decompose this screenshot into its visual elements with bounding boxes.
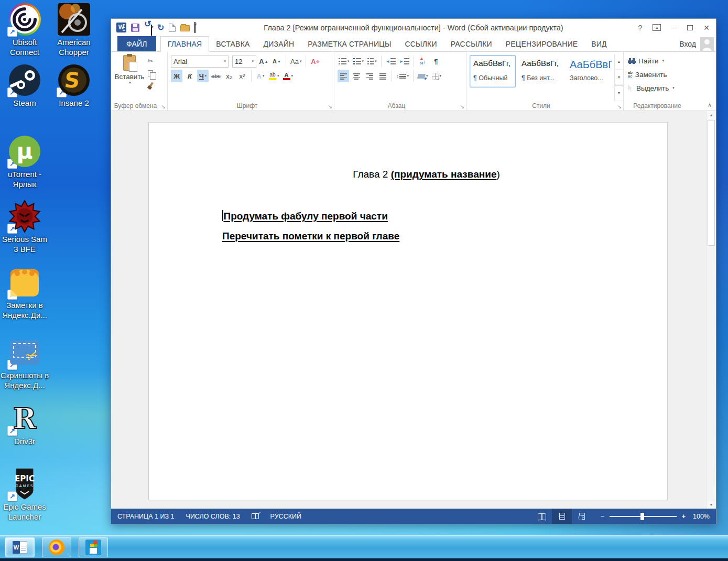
- show-paragraph-marks-button[interactable]: ¶: [430, 55, 442, 68]
- line-spacing-button[interactable]: ↕▾: [395, 70, 410, 82]
- language-indicator[interactable]: РУССКИЙ: [270, 513, 301, 520]
- change-case-button[interactable]: Aa▾: [289, 55, 302, 68]
- taskbar-word-button[interactable]: W: [5, 537, 35, 557]
- desktop-icon-insane-2[interactable]: S ↗ Insane 2: [49, 64, 99, 108]
- page-indicator[interactable]: СТРАНИЦА 1 ИЗ 1: [117, 513, 175, 520]
- superscript-button[interactable]: x²: [236, 70, 248, 82]
- customize-qat-icon[interactable]: ▾: [194, 22, 195, 33]
- avatar[interactable]: [700, 37, 714, 51]
- document-page[interactable]: Глава 2 (придумать название) Продумать ф…: [148, 122, 668, 500]
- undo-button[interactable]: ↺▾: [144, 19, 153, 36]
- document-paragraph[interactable]: Перечитать пометки к первой главе: [222, 226, 667, 246]
- bold-button[interactable]: Ж: [171, 70, 182, 82]
- new-document-button[interactable]: [169, 24, 176, 32]
- align-left-button[interactable]: [338, 70, 349, 82]
- help-button[interactable]: ?: [638, 24, 643, 32]
- style-normal[interactable]: АаБбВвГг, ¶ Обычный: [470, 55, 516, 87]
- document-title-line[interactable]: Глава 2 (придумать название): [167, 169, 686, 180]
- grow-font-button[interactable]: А▲: [258, 55, 269, 68]
- sign-in-area[interactable]: Вход: [679, 36, 716, 51]
- maximize-button[interactable]: [687, 25, 693, 30]
- clipboard-dialog-launcher[interactable]: ↘: [161, 104, 166, 109]
- copy-button[interactable]: [145, 69, 156, 78]
- tab-view[interactable]: ВИД: [584, 36, 613, 51]
- desktop-icon-serious-sam[interactable]: ↗ Serious Sam 3 BFE: [0, 200, 49, 254]
- paste-button[interactable]: Вставить ▾: [114, 54, 145, 101]
- collapse-ribbon-button[interactable]: ∧: [708, 102, 712, 108]
- clear-formatting-button[interactable]: A◆: [309, 55, 321, 68]
- proofing-status-icon[interactable]: [252, 513, 259, 519]
- word-app-icon[interactable]: W: [116, 23, 126, 32]
- tab-page-layout[interactable]: РАЗМЕТКА СТРАНИЦЫ: [301, 36, 398, 51]
- font-dialog-launcher[interactable]: ↘: [328, 104, 332, 109]
- styles-dialog-launcher[interactable]: ↘: [617, 104, 622, 109]
- shrink-font-button[interactable]: А▼: [271, 55, 282, 68]
- sign-in-label[interactable]: Вход: [679, 40, 696, 48]
- minimize-button[interactable]: ─: [671, 24, 677, 32]
- document-paragraph[interactable]: Продумать фабулу первой части: [222, 206, 667, 226]
- web-layout-button[interactable]: [572, 509, 592, 524]
- scroll-up-button[interactable]: ▲: [707, 111, 715, 119]
- format-painter-button[interactable]: [145, 81, 156, 91]
- desktop-icon-ubisoft-connect[interactable]: ↗ Ubisoft Connect: [0, 3, 49, 57]
- increase-indent-button[interactable]: ►: [398, 55, 410, 68]
- borders-button[interactable]: ▾: [431, 70, 443, 82]
- zoom-out-button[interactable]: −: [600, 513, 604, 520]
- text-highlight-button[interactable]: ab▾: [268, 70, 280, 82]
- redo-button[interactable]: ↻: [157, 24, 164, 32]
- subscript-button[interactable]: x₂: [223, 70, 235, 82]
- style-heading-1[interactable]: АаБбВвГг Заголово...: [566, 55, 612, 87]
- save-button[interactable]: [131, 24, 139, 32]
- desktop-icon-utorrent[interactable]: µ ↗ uTorrent - Ярлык: [0, 135, 49, 189]
- bullets-button[interactable]: ▾: [338, 55, 351, 68]
- tab-insert[interactable]: ВСТАВКА: [209, 36, 256, 51]
- tab-file[interactable]: ФАЙЛ: [117, 36, 156, 51]
- multilevel-list-button[interactable]: ▾: [366, 55, 378, 68]
- strikethrough-button[interactable]: abc: [210, 70, 222, 82]
- read-mode-button[interactable]: [532, 509, 552, 524]
- justify-button[interactable]: [377, 70, 388, 82]
- desktop-icon-yandex-screenshots[interactable]: ✂ ↗ Скриншоты в Яндекс.Д...: [0, 336, 49, 390]
- italic-button[interactable]: К: [184, 70, 195, 82]
- style-no-spacing[interactable]: АаБбВвГг, ¶ Без инт...: [518, 55, 564, 87]
- numbering-button[interactable]: ▾: [352, 55, 365, 68]
- desktop-icon-epic-games[interactable]: EPICGAMES ↗ Epic Games Launcher: [0, 468, 49, 522]
- tab-home[interactable]: ГЛАВНАЯ: [160, 36, 210, 52]
- align-center-button[interactable]: [351, 70, 362, 82]
- open-button[interactable]: [180, 25, 190, 31]
- scrollbar-thumb[interactable]: [708, 120, 715, 246]
- font-color-button[interactable]: А▾: [282, 70, 295, 82]
- tab-design[interactable]: ДИЗАЙН: [257, 36, 301, 51]
- align-right-button[interactable]: [364, 70, 375, 82]
- styles-scroll-down-button[interactable]: ▼: [615, 70, 623, 85]
- sort-button[interactable]: АЯ↓: [417, 55, 429, 68]
- paste-dropdown-icon[interactable]: ▾: [129, 81, 131, 85]
- find-button[interactable]: Найти ▾: [627, 54, 695, 68]
- find-dropdown-icon[interactable]: ▾: [662, 59, 665, 63]
- zoom-in-button[interactable]: +: [682, 513, 686, 520]
- tab-review[interactable]: РЕЦЕНЗИРОВАНИЕ: [499, 36, 584, 51]
- shading-button[interactable]: ▾: [417, 70, 429, 82]
- zoom-slider[interactable]: [610, 516, 677, 517]
- styles-gallery-button[interactable]: ▼: [615, 85, 623, 101]
- taskbar-backup-app-button[interactable]: [79, 537, 108, 557]
- select-button[interactable]: Выделить ▾: [627, 81, 695, 95]
- desktop-icon-american-chopper[interactable]: ↗ American Chopper: [49, 3, 99, 57]
- chevron-down-icon[interactable]: ▾: [252, 59, 254, 63]
- styles-scroll-up-button[interactable]: ▲: [615, 54, 623, 70]
- chevron-down-icon[interactable]: ▾: [224, 59, 226, 63]
- undo-dropdown-icon[interactable]: ▾: [151, 25, 152, 36]
- zoom-level[interactable]: 100%: [693, 513, 716, 520]
- desktop-icon-yandex-notes[interactable]: ↗ Заметки в Яндекс.Ди...: [0, 266, 49, 320]
- vertical-scrollbar[interactable]: ▲ ▼: [706, 111, 716, 509]
- underline-button[interactable]: Ч▾: [197, 70, 209, 82]
- underline-dropdown-icon[interactable]: ▾: [205, 74, 207, 78]
- tab-mailings[interactable]: РАССЫЛКИ: [444, 36, 499, 51]
- replace-button[interactable]: abac Заменить: [627, 68, 695, 81]
- taskbar-firefox-button[interactable]: [42, 537, 71, 557]
- desktop-icon-steam[interactable]: ↗ Steam: [0, 64, 49, 108]
- close-button[interactable]: ✕: [703, 24, 710, 32]
- word-count[interactable]: ЧИСЛО СЛОВ: 13: [186, 513, 240, 520]
- ribbon-display-options-button[interactable]: ▲: [653, 24, 661, 31]
- zoom-slider-thumb[interactable]: [640, 513, 644, 520]
